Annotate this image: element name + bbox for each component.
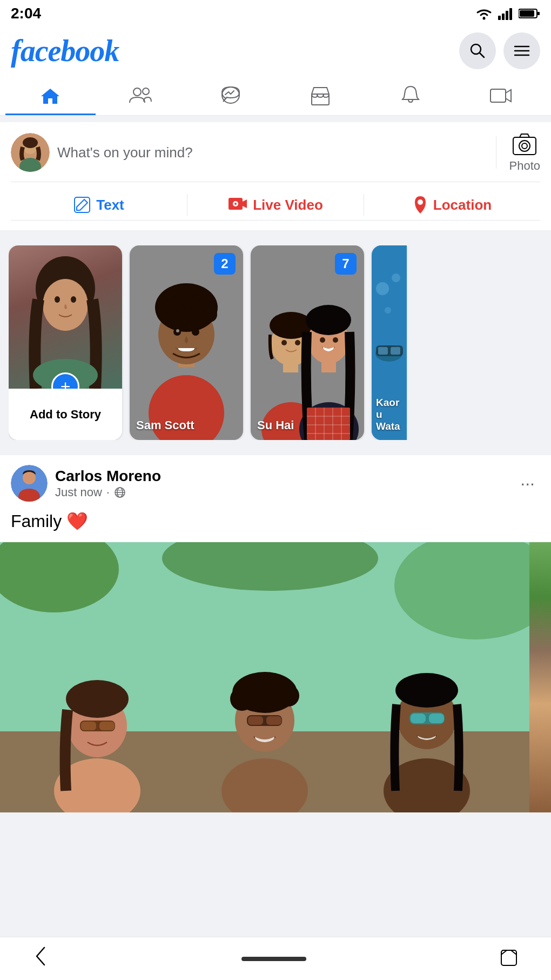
svg-point-46 bbox=[202, 307, 217, 322]
story-add-avatar bbox=[9, 245, 122, 389]
svg-rect-3 bbox=[506, 11, 508, 20]
menu-button[interactable] bbox=[503, 32, 540, 69]
svg-point-32 bbox=[55, 296, 60, 303]
more-options-button[interactable]: ··· bbox=[515, 470, 540, 497]
post-input-area: What's on your mind? Photo Text bbox=[0, 122, 551, 230]
svg-point-14 bbox=[143, 88, 149, 95]
photo-button[interactable]: Photo bbox=[509, 132, 541, 173]
story-badge-suhai: 7 bbox=[335, 253, 357, 275]
svg-point-62 bbox=[333, 337, 338, 343]
svg-point-74 bbox=[385, 307, 391, 314]
post-image-svg bbox=[0, 542, 529, 812]
live-video-icon bbox=[228, 197, 247, 212]
live-video-action[interactable]: Live Video bbox=[187, 191, 364, 219]
svg-point-56 bbox=[295, 340, 300, 345]
status-time: 2:04 bbox=[11, 5, 41, 22]
story-sam-avatar bbox=[130, 245, 243, 440]
svg-point-72 bbox=[376, 282, 389, 295]
globe-icon bbox=[114, 486, 126, 498]
photo-label: Photo bbox=[509, 159, 541, 173]
tab-video[interactable] bbox=[455, 77, 546, 115]
post-author-avatar[interactable] bbox=[11, 465, 48, 502]
svg-point-24 bbox=[522, 143, 527, 149]
text-edit-icon bbox=[73, 196, 91, 214]
divider bbox=[496, 136, 496, 169]
post-author-name: Carlos Moreno bbox=[55, 467, 161, 485]
marketplace-icon bbox=[310, 85, 331, 106]
user-avatar-image bbox=[11, 133, 50, 172]
bottom-nav bbox=[0, 937, 551, 980]
post-author-details: Carlos Moreno Just now · bbox=[55, 467, 161, 499]
header-actions bbox=[459, 32, 540, 69]
story-su-hai[interactable]: 7 Su Hai bbox=[251, 245, 364, 440]
user-avatar bbox=[11, 133, 50, 172]
facebook-logo: facebook bbox=[11, 34, 119, 68]
recent-apps-button[interactable] bbox=[499, 948, 519, 970]
tab-home[interactable] bbox=[5, 77, 96, 115]
photo-icon bbox=[512, 132, 537, 157]
story-name-sam: Sam Scott bbox=[136, 418, 237, 432]
hamburger-icon bbox=[514, 44, 530, 57]
location-label: Location bbox=[433, 197, 492, 214]
nav-tabs bbox=[0, 77, 551, 116]
svg-rect-78 bbox=[391, 347, 400, 355]
story-sam-scott[interactable]: 2 Sam Scott bbox=[130, 245, 243, 440]
svg-rect-96 bbox=[81, 722, 96, 730]
story-kaoru[interactable]: KaoruWata bbox=[372, 245, 407, 440]
live-video-label: Live Video bbox=[253, 197, 323, 214]
stories-section: + Add to Story bbox=[0, 237, 551, 449]
svg-point-0 bbox=[483, 17, 486, 20]
svg-rect-17 bbox=[490, 89, 506, 102]
story-suhai-avatar bbox=[251, 245, 364, 440]
post-dot: · bbox=[106, 485, 110, 499]
svg-rect-1 bbox=[498, 16, 501, 20]
wifi-icon bbox=[474, 7, 494, 20]
svg-point-60 bbox=[306, 305, 351, 335]
svg-point-23 bbox=[519, 141, 530, 151]
bell-icon bbox=[401, 85, 420, 106]
svg-rect-115 bbox=[429, 714, 444, 723]
post-author-info: Carlos Moreno Just now · bbox=[11, 465, 161, 502]
back-icon bbox=[32, 944, 49, 968]
svg-rect-114 bbox=[411, 714, 426, 723]
back-button[interactable] bbox=[32, 944, 49, 973]
text-action[interactable]: Text bbox=[11, 191, 187, 219]
svg-point-15 bbox=[222, 87, 239, 103]
svg-point-55 bbox=[281, 340, 287, 345]
svg-point-29 bbox=[418, 199, 423, 205]
add-story-label: Add to Story bbox=[30, 408, 101, 422]
svg-rect-16 bbox=[312, 94, 329, 105]
svg-rect-77 bbox=[378, 347, 388, 355]
search-button[interactable] bbox=[459, 32, 496, 69]
status-bar: 2:04 bbox=[0, 0, 551, 27]
svg-point-48 bbox=[192, 328, 199, 336]
svg-point-94 bbox=[66, 680, 129, 718]
svg-rect-22 bbox=[513, 137, 536, 155]
signal-icon bbox=[498, 7, 514, 20]
svg-point-21 bbox=[23, 137, 38, 148]
post-avatar-image bbox=[11, 465, 48, 502]
svg-point-33 bbox=[71, 296, 76, 303]
home-indicator[interactable] bbox=[241, 957, 306, 961]
text-label: Text bbox=[96, 197, 124, 214]
location-action[interactable]: Location bbox=[364, 190, 540, 220]
story-badge-sam: 2 bbox=[214, 253, 236, 275]
svg-point-80 bbox=[23, 471, 36, 484]
stories-row: + Add to Story bbox=[9, 245, 551, 440]
tab-notifications[interactable] bbox=[366, 77, 456, 115]
story-add[interactable]: + Add to Story bbox=[9, 245, 122, 440]
svg-point-106 bbox=[278, 685, 299, 706]
tab-marketplace[interactable] bbox=[276, 77, 366, 115]
post-time: Just now bbox=[55, 485, 102, 499]
svg-rect-97 bbox=[99, 722, 115, 730]
header: facebook bbox=[0, 27, 551, 77]
svg-rect-7 bbox=[537, 12, 540, 15]
svg-point-49 bbox=[176, 329, 179, 332]
post-meta: Just now · bbox=[55, 485, 161, 499]
post-input-row: What's on your mind? Photo bbox=[11, 132, 540, 182]
svg-point-28 bbox=[234, 203, 237, 205]
tab-friends[interactable] bbox=[96, 77, 186, 115]
tab-messenger[interactable] bbox=[185, 77, 276, 115]
post-input-field[interactable]: What's on your mind? bbox=[57, 144, 483, 161]
story-name-suhai: Su Hai bbox=[257, 418, 358, 432]
